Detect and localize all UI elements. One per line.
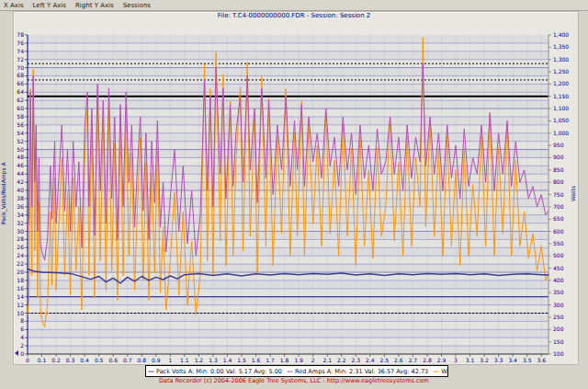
svg-text:1.6: 1.6 [252,357,261,363]
svg-text:76: 76 [17,40,24,46]
svg-text:450: 450 [553,265,564,271]
svg-text:1.2: 1.2 [195,357,204,363]
svg-text:32: 32 [17,220,24,226]
svg-text:3.1: 3.1 [466,357,475,363]
svg-text:2.3: 2.3 [352,357,361,363]
svg-text:2.8: 2.8 [423,357,432,363]
svg-text:100: 100 [553,350,564,357]
legend-entry-watts: — Watts: Min: 57.31 Val: 4,000.00 [433,368,448,375]
svg-text:3.4: 3.4 [508,357,517,363]
x-axis-origin-marker-icon [15,350,18,356]
svg-text:72: 72 [17,56,24,63]
svg-text:70: 70 [17,64,24,71]
svg-text:3.5: 3.5 [523,357,532,363]
svg-text:400: 400 [553,277,564,283]
svg-text:1.1: 1.1 [180,357,189,363]
svg-text:2.2: 2.2 [337,357,346,363]
svg-text:36: 36 [17,203,24,210]
legend-entry-volts-text: Pack Volts A: Min: 0.00 Val: 5.17 Avg: 5… [156,368,282,375]
svg-text:60: 60 [17,105,24,111]
svg-text:0.4: 0.4 [80,357,89,363]
svg-text:300: 300 [553,302,564,308]
svg-text:0.2: 0.2 [51,357,61,363]
svg-text:950: 950 [553,142,564,148]
svg-text:1.4: 1.4 [223,357,232,363]
svg-text:2.6: 2.6 [394,357,403,363]
svg-text:3.3: 3.3 [494,357,503,363]
svg-text:0.3: 0.3 [66,357,75,363]
svg-text:18: 18 [17,277,24,283]
svg-text:1,100: 1,100 [553,105,569,111]
svg-text:1,400: 1,400 [553,31,569,38]
svg-text:12: 12 [17,302,24,308]
svg-text:0.8: 0.8 [138,357,147,363]
svg-text:3: 3 [454,357,458,363]
svg-text:56: 56 [17,121,24,128]
volts-series-dash-icon: — [148,369,154,374]
legend-entry-watts-text: Watts: Min: 57.31 Val: 4,000.00 [441,368,448,375]
svg-text:850: 850 [553,166,564,173]
svg-text:550: 550 [553,240,564,246]
svg-text:46: 46 [17,162,24,168]
svg-text:900: 900 [553,154,564,160]
watts-series-dash-icon: — [433,369,439,374]
svg-text:1,150: 1,150 [553,93,569,99]
svg-text:20: 20 [17,269,24,275]
svg-text:600: 600 [553,228,564,235]
svg-text:64: 64 [17,88,24,95]
svg-text:750: 750 [553,191,564,198]
svg-text:1.9: 1.9 [294,357,303,363]
svg-text:26: 26 [17,244,24,250]
svg-text:6: 6 [20,326,24,332]
svg-text:1,050: 1,050 [553,117,569,123]
svg-text:78: 78 [17,31,24,38]
svg-text:2.9: 2.9 [437,357,447,363]
svg-text:50: 50 [17,146,24,153]
svg-text:4: 4 [20,334,24,340]
svg-text:42: 42 [17,178,24,185]
legend-entry-amps: — Red Amps A: Min: 2.31 Val: 36.57 Avg: … [287,368,428,375]
svg-text:0: 0 [20,350,24,357]
svg-text:2: 2 [311,357,315,363]
svg-text:40: 40 [17,187,24,193]
svg-text:48: 48 [17,154,24,160]
svg-text:200: 200 [553,326,564,332]
svg-text:1,300: 1,300 [553,56,569,63]
svg-text:14: 14 [17,293,24,300]
svg-text:250: 250 [553,314,564,320]
svg-text:1,000: 1,000 [553,130,569,136]
svg-text:3.2: 3.2 [480,357,489,363]
svg-text:30: 30 [17,228,24,235]
svg-text:1,200: 1,200 [553,80,569,86]
svg-text:0.6: 0.6 [108,357,118,363]
svg-text:1.3: 1.3 [209,357,218,363]
svg-text:150: 150 [553,338,564,345]
legend-entry-volts: — Pack Volts A: Min: 0.00 Val: 5.17 Avg:… [148,368,282,375]
svg-text:68: 68 [17,72,24,78]
svg-text:3.6: 3.6 [537,357,546,363]
legend-box: — Pack Volts A: Min: 0.00 Val: 5.17 Avg:… [145,365,448,377]
svg-text:44: 44 [17,170,24,177]
svg-text:2: 2 [20,342,24,349]
footer-credit: Data Recorder (c) 2004-2006 Eagle Tree S… [0,377,588,384]
chart-plot-area[interactable]: 0246810121416182022242628303234363840424… [0,0,588,389]
svg-text:1,250: 1,250 [553,68,569,74]
svg-text:62: 62 [17,97,24,103]
svg-text:0: 0 [26,357,29,363]
svg-text:2.4: 2.4 [366,357,375,363]
amps-series-dash-icon: — [287,369,293,374]
svg-text:800: 800 [553,178,564,185]
svg-text:0.5: 0.5 [95,357,104,363]
svg-text:2.7: 2.7 [409,357,418,363]
svg-text:650: 650 [553,215,564,222]
svg-text:1,350: 1,350 [553,43,569,50]
svg-text:1: 1 [168,357,172,363]
svg-text:54: 54 [17,130,24,136]
svg-text:16: 16 [17,285,24,292]
svg-text:28: 28 [17,235,24,242]
legend-entry-amps-text: Red Amps A: Min: 2.31 Val: 36.57 Avg: 42… [295,368,428,375]
svg-text:52: 52 [17,138,24,144]
svg-text:1.8: 1.8 [280,357,289,363]
right-axis-title: Watts [570,170,579,216]
svg-text:2.5: 2.5 [380,357,390,363]
